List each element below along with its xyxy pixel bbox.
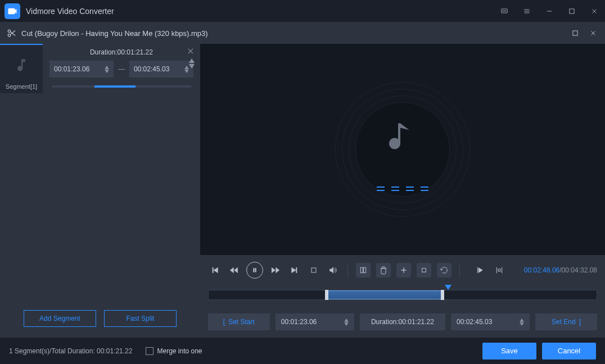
svg-rect-34 <box>498 269 500 271</box>
undo-icon[interactable] <box>437 263 452 277</box>
stepper-icon[interactable] <box>520 319 524 326</box>
fast-split-button[interactable]: Fast Split <box>104 310 177 327</box>
stepper-icon[interactable] <box>344 319 349 326</box>
playback-controls: 00:02:48.06/00:04:32.08 <box>200 255 605 285</box>
svg-rect-15 <box>573 31 577 35</box>
range-start-input[interactable]: 00:01:23.06 <box>276 313 354 330</box>
rewind-icon[interactable] <box>227 263 241 277</box>
music-file-icon <box>13 57 29 73</box>
pause-button[interactable] <box>246 262 263 279</box>
svg-marker-24 <box>184 66 189 69</box>
minimize-icon[interactable] <box>543 5 556 17</box>
feedback-icon[interactable] <box>498 5 511 17</box>
stop-icon[interactable] <box>307 263 320 277</box>
copy-segment-icon[interactable] <box>356 263 371 277</box>
segment-duration: Duration:00:01:21.22 <box>49 48 193 56</box>
svg-marker-22 <box>105 66 109 69</box>
svg-rect-33 <box>422 269 426 272</box>
segment-reorder[interactable] <box>189 58 195 69</box>
forward-icon[interactable] <box>269 263 282 277</box>
svg-marker-23 <box>105 70 109 73</box>
main-area: Segment[1] Duration:00:01:21.22 00:01:23… <box>0 44 605 337</box>
dash-separator: — <box>118 65 125 73</box>
close-icon[interactable] <box>588 5 601 17</box>
footer: 1 Segment(s)/Total Duration: 00:01:21.22… <box>0 337 605 364</box>
skip-end-icon[interactable] <box>288 263 301 277</box>
scissors-icon <box>7 28 17 38</box>
svg-rect-29 <box>360 267 363 272</box>
segment-close-icon[interactable] <box>187 47 195 55</box>
stepper-icon[interactable] <box>184 66 189 73</box>
music-note-icon <box>389 121 417 156</box>
cut-header: Cut (Bugoy Drilon - Having You Near Me (… <box>0 22 605 44</box>
preview-area <box>200 44 605 255</box>
app-title: Vidmore Video Converter <box>26 7 498 16</box>
audio-disc-graphic <box>335 82 470 217</box>
segment-header: Segment[1] Duration:00:01:21.22 00:01:23… <box>0 44 200 93</box>
segment-mini-timeline[interactable] <box>52 85 191 88</box>
volume-icon[interactable] <box>326 263 340 277</box>
segment-start-input[interactable]: 00:01:23.06 <box>49 61 114 78</box>
right-panel: 00:02:48.06/00:04:32.08 [Set Start 00:01… <box>200 44 605 337</box>
svg-point-1 <box>503 10 503 11</box>
segment-tab-label: Segment[1] <box>6 83 37 90</box>
range-end-input[interactable]: 00:02:45.03 <box>451 313 530 330</box>
timeline-end-handle[interactable] <box>441 290 444 300</box>
sub-maximize-icon[interactable] <box>570 28 580 38</box>
range-duration: Duration:00:01:21.22 <box>360 313 445 330</box>
svg-marker-35 <box>344 319 349 322</box>
range-row: [Set Start 00:01:23.06 Duration:00:01:21… <box>200 312 605 337</box>
skip-start-icon[interactable] <box>208 263 222 277</box>
sub-close-icon[interactable] <box>588 28 598 38</box>
add-segment-button[interactable]: Add Segment <box>24 310 96 327</box>
svg-marker-36 <box>344 322 349 326</box>
svg-point-2 <box>504 10 504 11</box>
equalizer-icon <box>377 186 428 191</box>
left-panel: Segment[1] Duration:00:01:21.22 00:01:23… <box>0 44 200 337</box>
save-button[interactable]: Save <box>482 343 536 360</box>
svg-marker-37 <box>520 319 524 322</box>
svg-marker-38 <box>520 322 524 326</box>
timeline[interactable] <box>208 290 597 300</box>
time-display: 00:02:48.06/00:04:32.08 <box>524 266 597 274</box>
app-logo <box>4 3 20 19</box>
svg-rect-8 <box>570 8 574 13</box>
segment-end-input[interactable]: 00:02:45.03 <box>129 61 193 78</box>
stepper-icon[interactable] <box>105 66 109 73</box>
svg-rect-28 <box>311 268 316 272</box>
svg-rect-27 <box>255 269 256 272</box>
footer-info: 1 Segment(s)/Total Duration: 00:01:21.22 <box>9 347 132 355</box>
window-controls <box>498 5 601 17</box>
set-start-button[interactable]: [Set Start <box>208 313 270 330</box>
checkbox-icon <box>146 347 153 355</box>
menu-icon[interactable] <box>521 5 533 17</box>
add-icon[interactable] <box>396 263 411 277</box>
maximize-icon[interactable] <box>566 5 578 17</box>
stop-range-icon[interactable] <box>493 263 506 277</box>
cut-title: Cut (Bugoy Drilon - Having You Near Me (… <box>21 29 208 38</box>
delete-icon[interactable] <box>376 263 391 277</box>
svg-rect-30 <box>364 267 366 272</box>
set-end-button[interactable]: Set End] <box>535 313 597 330</box>
timeline-start-handle[interactable] <box>325 290 328 300</box>
svg-marker-20 <box>189 58 195 63</box>
svg-rect-26 <box>253 269 254 272</box>
timeline-wrap <box>200 285 605 312</box>
segment-tab[interactable]: Segment[1] <box>0 44 43 93</box>
svg-marker-21 <box>189 64 195 69</box>
merge-checkbox[interactable]: Merge into one <box>146 347 202 355</box>
svg-marker-25 <box>184 70 189 73</box>
playhead-icon[interactable] <box>445 285 452 290</box>
segment-body: Duration:00:01:21.22 00:01:23.06 — 00:02… <box>43 44 200 93</box>
svg-point-3 <box>505 10 506 11</box>
titlebar: Vidmore Video Converter <box>0 0 605 22</box>
cancel-button[interactable]: Cancel <box>542 343 596 360</box>
crop-icon[interactable] <box>417 263 431 277</box>
play-range-icon[interactable] <box>473 263 487 277</box>
